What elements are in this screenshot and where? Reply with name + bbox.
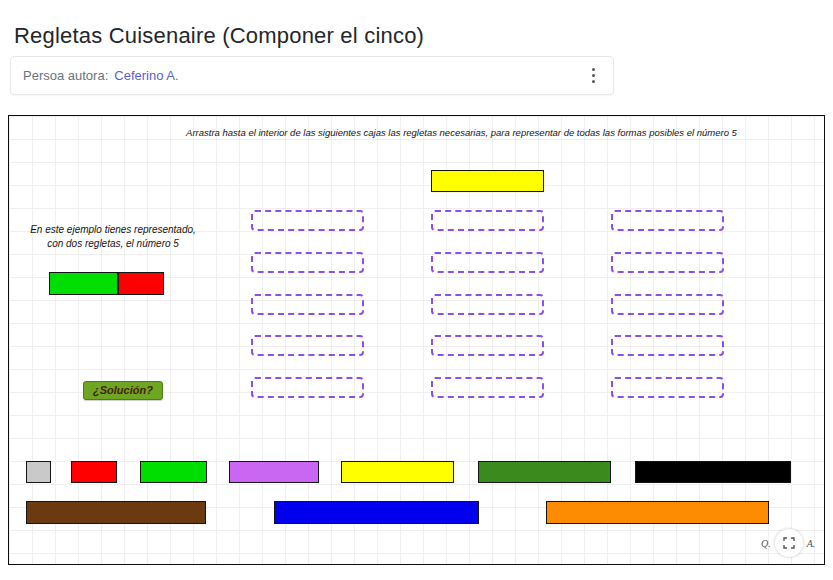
page-title: Regletas Cuisenaire (Componer el cinco) — [14, 23, 424, 49]
instruction-text: Arrastra hasta el interior de las siguie… — [99, 127, 824, 138]
drop-box[interactable] — [431, 294, 544, 315]
author-card: Persoa autora: Ceferino A. — [10, 56, 614, 95]
fullscreen-button[interactable] — [775, 529, 803, 557]
yellow-rod[interactable] — [341, 461, 454, 483]
light-green-rod[interactable] — [140, 461, 207, 483]
orange-rod[interactable] — [546, 501, 769, 524]
author-link[interactable]: Ceferino A. — [114, 68, 178, 83]
red-rod[interactable] — [118, 272, 164, 295]
applet-canvas: Arrastra hasta el interior de las siguie… — [8, 115, 825, 565]
drop-box[interactable] — [431, 210, 544, 231]
solution-button[interactable]: ¿Solución? — [83, 381, 163, 400]
light-green-rod[interactable] — [49, 272, 118, 295]
yellow-rod[interactable] — [431, 170, 544, 192]
drop-box[interactable] — [251, 335, 364, 356]
white-rod[interactable] — [26, 461, 51, 483]
drop-box[interactable] — [611, 377, 724, 398]
kebab-menu-icon[interactable] — [586, 64, 601, 87]
page: Regletas Cuisenaire (Componer el cinco) … — [0, 0, 833, 580]
drop-box[interactable] — [251, 210, 364, 231]
drop-box[interactable] — [251, 377, 364, 398]
fullscreen-icon — [783, 537, 795, 549]
brown-rod[interactable] — [26, 501, 206, 524]
purple-rod[interactable] — [229, 461, 319, 483]
corner-left-glyph: Q. — [761, 538, 771, 549]
blue-rod[interactable] — [274, 501, 479, 524]
red-rod[interactable] — [71, 461, 117, 483]
drop-box[interactable] — [251, 252, 364, 273]
author-label: Persoa autora: — [23, 68, 108, 83]
example-caption: En este ejemplo tienes representado,con … — [17, 223, 209, 250]
drop-box[interactable] — [611, 252, 724, 273]
drop-box[interactable] — [611, 335, 724, 356]
drop-box[interactable] — [611, 294, 724, 315]
drop-box[interactable] — [251, 294, 364, 315]
black-rod[interactable] — [635, 461, 791, 483]
applet-corner-controls: Q. A. — [761, 529, 815, 557]
drop-box[interactable] — [431, 377, 544, 398]
drop-box[interactable] — [611, 210, 724, 231]
drop-box[interactable] — [431, 335, 544, 356]
corner-right-glyph: A. — [807, 538, 816, 549]
dark-green-rod[interactable] — [478, 461, 611, 483]
drop-box[interactable] — [431, 252, 544, 273]
